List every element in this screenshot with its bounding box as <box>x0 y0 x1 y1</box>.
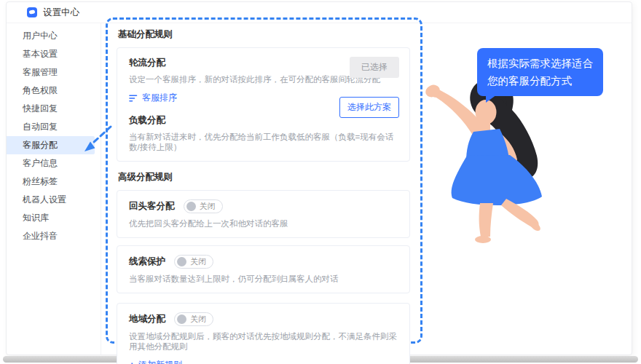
advanced-rules-title: 高级分配规则 <box>118 171 410 183</box>
sidebar-item-knowledge-base[interactable]: 知识库 <box>7 209 101 227</box>
returning-customer-card: 回头客分配 关闭 优先把回头客分配给上一次和他对话的客服 <box>117 190 410 238</box>
agent-sort-link-label: 客服排序 <box>142 92 177 104</box>
toggle-dot-icon <box>177 314 186 324</box>
app-logo-icon <box>27 7 37 17</box>
lead-protection-card: 线索保护 关闭 当客服对话数量达到上限时，仍可分配到归属客人的对话 <box>117 245 410 293</box>
returning-customer-toggle[interactable]: 关闭 <box>184 199 223 213</box>
load-balance-desc: 当有新对话进来时，优先分配给当前工作负载低的客服（负载=现有会话数/接待上限） <box>129 132 398 152</box>
returning-customer-toggle-label: 关闭 <box>200 201 216 212</box>
regional-assign-toggle-label: 关闭 <box>190 314 206 325</box>
add-rule-label: 添加新规则 <box>138 359 182 364</box>
choose-plan-button[interactable]: 选择此方案 <box>339 97 399 118</box>
toggle-dot-icon <box>177 257 186 266</box>
sidebar-item-user-center[interactable]: 用户中心 <box>7 27 101 45</box>
returning-customer-desc: 优先把回头客分配给上一次和他对话的客服 <box>129 218 398 229</box>
person-illustration <box>425 74 572 256</box>
regional-assign-card: 地域分配 关闭 设置地域分配规则后，顾客的对话优先按地域规则分配，不满足条件则采… <box>117 303 410 364</box>
sidebar-item-role-perms[interactable]: 角色权限 <box>7 82 101 100</box>
sidebar-item-robot-settings[interactable]: 机器人设置 <box>7 191 101 209</box>
basic-rules-title: 基础分配规则 <box>118 28 410 41</box>
lead-protection-desc: 当客服对话数量达到上限时，仍可分配到归属客人的对话 <box>129 274 398 284</box>
add-rule-link[interactable]: + 添加新规则 <box>129 359 398 364</box>
sidebar-item-fan-tags[interactable]: 粉丝标签 <box>7 173 101 191</box>
highlight-box: 基础分配规则 轮流分配 设定一个客服排序，新的对话按此排序，在可分配的客服间轮流… <box>106 17 422 344</box>
sidebar: 用户中心 基本设置 客服管理 角色权限 快捷回复 自动回复 客服分配 客户信息 … <box>7 23 101 355</box>
regional-assign-title: 地域分配 <box>129 313 165 325</box>
sidebar-item-basic-settings[interactable]: 基本设置 <box>7 45 101 63</box>
returning-customer-title: 回头客分配 <box>129 200 175 213</box>
lead-protection-toggle[interactable]: 关闭 <box>174 255 213 269</box>
lead-protection-toggle-label: 关闭 <box>190 256 206 267</box>
app-title: 设置中心 <box>43 7 79 19</box>
sort-icon <box>129 94 138 103</box>
sidebar-item-enterprise-douyin[interactable]: 企业抖音 <box>7 227 101 245</box>
connector-arrow-icon <box>77 121 115 159</box>
plus-icon: + <box>129 361 135 364</box>
tip-bubble: 根据实际需求选择适合 您的客服分配方式 <box>477 48 603 96</box>
basic-rules-card: 轮流分配 设定一个客服排序，新的对话按此排序，在可分配的客服间轮流分配 客服排序… <box>117 47 410 162</box>
sidebar-item-quick-reply[interactable]: 快捷回复 <box>7 100 101 118</box>
tip-bubble-line2: 您的客服分配方式 <box>487 72 593 90</box>
regional-assign-toggle[interactable]: 关闭 <box>174 312 213 326</box>
lead-protection-title: 线索保护 <box>129 256 165 268</box>
sidebar-item-agent-mgmt[interactable]: 客服管理 <box>7 63 101 82</box>
bubble-tail-icon <box>486 95 497 103</box>
selected-button[interactable]: 已选择 <box>350 57 399 78</box>
regional-assign-desc: 设置地域分配规则后，顾客的对话优先按地域规则分配，不满足条件则采用其他分配规则 <box>129 331 398 352</box>
toggle-dot-icon <box>186 202 196 211</box>
tip-bubble-line1: 根据实际需求选择适合 <box>487 55 593 72</box>
